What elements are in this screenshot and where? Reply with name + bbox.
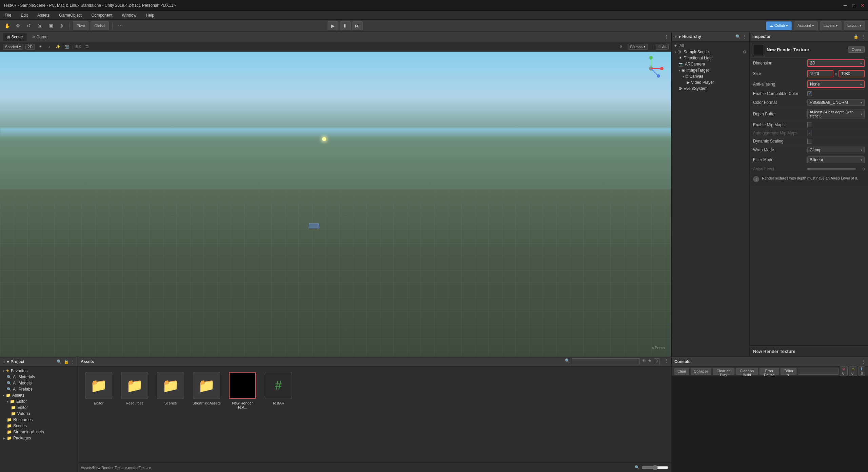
tree-all-models[interactable]: 🔍 All Models (0, 380, 78, 386)
rect-tool-btn[interactable]: ▣ (46, 21, 55, 30)
auto-mip-checkbox[interactable] (807, 131, 812, 135)
menu-file[interactable]: File (3, 12, 13, 18)
clear-btn[interactable]: Clear (674, 368, 689, 375)
game-tab[interactable]: ∞ Game (28, 33, 52, 41)
panel-more-icon[interactable]: ⋮ (665, 358, 669, 365)
menu-component[interactable]: Component (89, 12, 114, 18)
step-btn[interactable]: ⏭ (352, 21, 363, 30)
zoom-slider[interactable] (642, 465, 669, 470)
tree-scenes[interactable]: 📁 Scenes (0, 423, 78, 429)
hier-video-player[interactable]: ▶ Video Player (672, 79, 749, 86)
hier-arcamera[interactable]: 📷 ARCamera (672, 61, 749, 67)
dimension-value[interactable]: 2D ▾ (807, 59, 865, 67)
color-format-value[interactable]: R8G8B8A8_UNORM ▾ (807, 99, 865, 106)
asset-scenes[interactable]: 📁 Scenes (155, 372, 186, 409)
hier-scene[interactable]: ▾ ⊞ SampleScene ⚙ (672, 49, 749, 55)
multi-tool-btn[interactable]: ⊕ (57, 21, 66, 30)
tree-resources[interactable]: 📁 Resources (0, 417, 78, 423)
dynamic-scaling-checkbox[interactable] (807, 139, 812, 144)
assets-search-input[interactable] (572, 358, 640, 365)
depth-buffer-value[interactable]: At least 24 bits depth (with stencil) ▾ (807, 109, 865, 119)
hier-plus-icon[interactable]: + (674, 34, 677, 39)
size-width[interactable]: 1920 (807, 70, 833, 77)
tree-all-prefabs[interactable]: 🔍 All Prefabs (0, 386, 78, 392)
hier-search-icon[interactable]: 🔍 (735, 34, 741, 39)
asset-render-texture[interactable]: New Render Text... (227, 372, 258, 409)
audio-btn[interactable]: ♪ (46, 43, 53, 50)
clear-on-play-btn[interactable]: Clear on Play (713, 368, 734, 375)
maximize-btn[interactable]: □ (852, 3, 855, 8)
panel-menu-icon[interactable]: ⋮ (71, 359, 75, 364)
close-btn[interactable]: ✕ (861, 3, 865, 8)
hier-all[interactable]: + All (672, 43, 749, 49)
hier-event-system[interactable]: ⚙ EventSystem (672, 86, 749, 92)
collapse-btn[interactable]: Collapse (691, 368, 711, 375)
tree-streaming-assets[interactable]: 📁 StreamingAssets (0, 429, 78, 435)
size-height[interactable]: 1080 (839, 70, 865, 77)
menu-gameobject[interactable]: GameObject (57, 12, 84, 18)
collab-btn[interactable]: ☁ Collab ▾ (766, 21, 792, 30)
close-scene-btn[interactable]: ✕ (617, 42, 626, 51)
console-search[interactable] (798, 368, 839, 375)
compatible-color-checkbox[interactable] (807, 91, 812, 96)
hand-tool-btn[interactable]: ✋ (3, 21, 12, 30)
plus-icon[interactable]: + (3, 359, 5, 364)
editor-dropdown-btn[interactable]: Editor ▾ (781, 368, 796, 375)
hier-canvas[interactable]: ▾ □ Canvas (672, 73, 749, 79)
settings-icon[interactable]: ⚙ (743, 50, 747, 54)
account-btn[interactable]: Account ▾ (794, 21, 818, 30)
pause-btn[interactable]: ⏸ (340, 21, 351, 30)
asset-editor[interactable]: 📁 Editor (83, 372, 114, 409)
tree-all-materials[interactable]: 🔍 All Materials (0, 374, 78, 380)
hier-dir-light[interactable]: ☀ Directional Light (672, 55, 749, 61)
rotate-tool-btn[interactable]: ↺ (24, 21, 33, 30)
wrap-mode-value[interactable]: Clamp ▾ (807, 147, 865, 153)
shaded-dropdown[interactable]: Shaded ▾ (3, 44, 23, 50)
tree-editor-sub[interactable]: 📁 Editor (0, 404, 78, 411)
menu-edit[interactable]: Edit (19, 12, 30, 18)
extra-tool-btn[interactable]: ⋯ (116, 21, 125, 30)
asset-testar[interactable]: # TestAR (263, 372, 294, 409)
light-btn[interactable]: ☀ (37, 43, 44, 50)
tree-assets[interactable]: ▾ 📁 Assets (0, 392, 78, 398)
overlay-btn[interactable]: ⊡ (83, 43, 90, 50)
layers-btn[interactable]: Layers ▾ (820, 21, 842, 30)
inspector-lock-icon[interactable]: 🔒 (853, 34, 859, 39)
star-icon[interactable]: ★ (648, 358, 652, 365)
tree-favorites[interactable]: ▾ ★ Favorites (0, 368, 78, 374)
tree-assets-editor[interactable]: ▾ 📁 Editor (0, 398, 78, 404)
menu-help[interactable]: Help (144, 12, 156, 18)
hier-image-target[interactable]: ▾ ◉ ImageTarget (672, 67, 749, 73)
layout-btn[interactable]: Layout ▾ (844, 21, 865, 30)
mip-maps-checkbox[interactable] (807, 122, 812, 127)
hier-more-icon[interactable]: ⋮ (743, 34, 747, 39)
asset-resources[interactable]: 📁 Resources (119, 372, 150, 409)
menu-assets[interactable]: Assets (35, 12, 52, 18)
console-more-icon[interactable]: ⋮ (861, 359, 865, 364)
menu-window[interactable]: Window (120, 12, 138, 18)
fx-btn[interactable]: ✨ (55, 43, 61, 50)
filter-mode-value[interactable]: Bilinear ▾ (807, 156, 865, 163)
assets-search-icon[interactable]: 🔍 (565, 358, 570, 365)
search-icon[interactable]: 🔍 (57, 359, 62, 364)
lock-icon[interactable]: 🔒 (64, 359, 69, 364)
global-btn[interactable]: Global (91, 21, 109, 30)
move-tool-btn[interactable]: ✥ (14, 21, 22, 30)
eye-icon[interactable]: 👁 (642, 358, 646, 365)
clear-on-build-btn[interactable]: Clear on Build (736, 368, 758, 375)
inspector-more-icon[interactable]: ⋮ (861, 34, 865, 39)
scene-tab[interactable]: ⊞ Scene (3, 33, 27, 41)
all-dropdown[interactable]: ⊙ All (656, 44, 669, 50)
tree-packages[interactable]: ▶ 📁 Packages (0, 435, 78, 441)
open-btn[interactable]: Open (848, 46, 865, 53)
scene-cam-btn[interactable]: 📷 (63, 43, 70, 50)
asset-streaming-assets[interactable]: 📁 StreamingAssets (191, 372, 222, 409)
play-btn[interactable]: ▶ (328, 21, 338, 30)
minimize-btn[interactable]: ─ (844, 3, 847, 8)
gizmos-dropdown[interactable]: Gizmos ▾ (628, 44, 648, 50)
pivot-btn[interactable]: Pivot (73, 21, 88, 30)
error-pause-btn[interactable]: Error Pause (760, 368, 780, 375)
scene-panel-menu[interactable]: ⋮ (664, 34, 669, 39)
arrow-icon[interactable]: ▾ (7, 359, 9, 364)
2d-btn[interactable]: 2D (25, 44, 35, 50)
